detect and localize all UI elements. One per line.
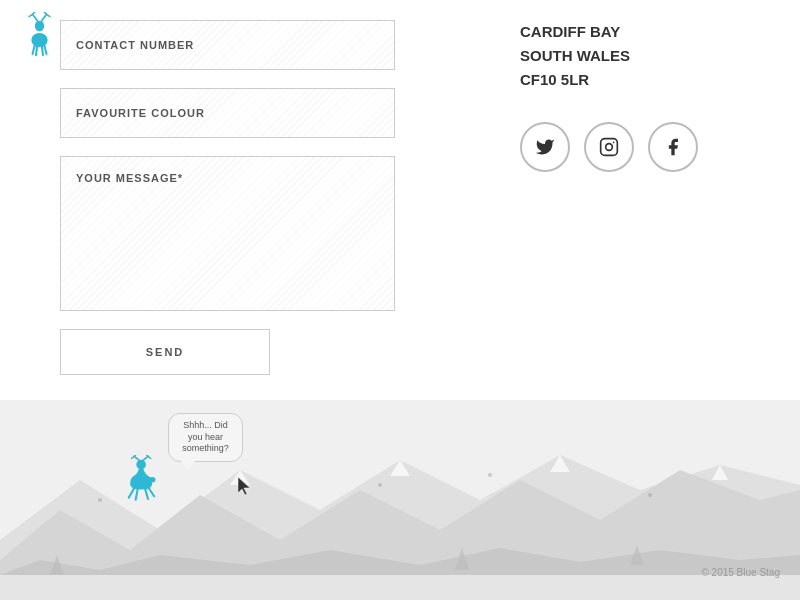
svg-point-37 [136,460,146,470]
favourite-colour-label: FAVOURITE COLOUR [76,107,205,119]
svg-rect-30 [0,575,800,600]
svg-line-11 [44,45,46,54]
address-section: CARDIFF BAY SOUTH WALES CF10 5LR [460,10,740,400]
svg-line-33 [134,455,135,456]
address-block: CARDIFF BAY SOUTH WALES CF10 5LR [520,20,740,92]
address-line3: CF10 5LR [520,68,740,92]
svg-line-10 [42,46,43,55]
contact-number-field[interactable]: CONTACT NUMBER [60,20,395,70]
svg-point-23 [98,498,102,502]
walking-stag [115,455,170,505]
svg-point-24 [378,483,382,487]
svg-point-13 [606,144,613,151]
svg-line-5 [44,12,46,14]
message-label: YOUR MESSAGE* [76,172,183,184]
speech-bubble: Shhh... Did you hear something? [168,413,243,462]
svg-marker-43 [238,477,250,495]
svg-line-42 [149,488,155,496]
contact-number-label: CONTACT NUMBER [76,39,194,51]
twitter-icon[interactable] [520,122,570,172]
footer-landscape: Shhh... Did you hear something? © 2015 B… [0,400,800,600]
favourite-colour-field[interactable]: FAVOURITE COLOUR [60,88,395,138]
speech-bubble-text: Shhh... Did you hear something? [182,420,229,453]
main-content: CONTACT NUMBER FAVOURITE COLOUR YOUR MES… [0,0,800,400]
svg-point-38 [149,477,156,483]
svg-line-39 [129,488,135,498]
svg-line-41 [145,489,148,499]
svg-rect-12 [601,139,618,156]
svg-line-8 [33,45,35,54]
message-field[interactable]: YOUR MESSAGE* [60,156,395,311]
send-button[interactable]: SEND [60,329,270,375]
address-line2: SOUTH WALES [520,44,740,68]
mouse-cursor [238,477,250,495]
svg-line-9 [36,46,37,55]
social-icons-group [520,122,740,172]
facebook-icon[interactable] [648,122,698,172]
svg-point-25 [488,473,492,477]
svg-line-36 [147,455,148,456]
svg-line-2 [33,12,35,14]
address-line1: CARDIFF BAY [520,20,740,44]
svg-point-6 [35,21,44,31]
copyright-text: © 2015 Blue Stag [701,567,780,578]
instagram-icon[interactable] [584,122,634,172]
form-section: CONTACT NUMBER FAVOURITE COLOUR YOUR MES… [60,10,460,400]
svg-point-14 [613,142,615,144]
svg-line-40 [136,489,138,499]
stag-logo [22,12,57,57]
svg-point-26 [648,493,652,497]
